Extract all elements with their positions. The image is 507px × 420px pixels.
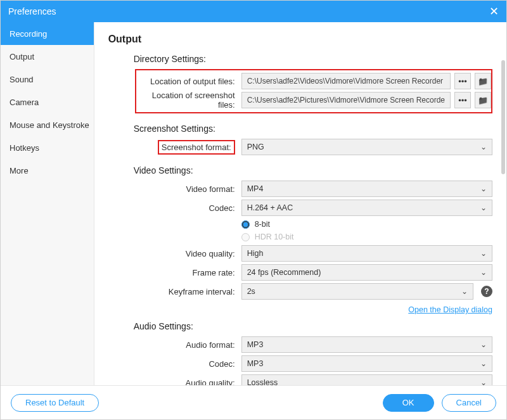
sidebar-item-recording[interactable]: Recording <box>1 22 94 45</box>
page-title: Output <box>108 34 492 45</box>
directory-heading: Directory Settings: <box>134 54 492 64</box>
video-quality-label: Video quality: <box>108 249 241 258</box>
close-icon[interactable]: ✕ <box>489 4 499 18</box>
audio-format-select[interactable]: MP3 ⌄ <box>241 336 492 353</box>
chevron-down-icon: ⌄ <box>480 375 487 385</box>
chevron-down-icon: ⌄ <box>480 337 487 352</box>
sidebar-item-sound[interactable]: Sound <box>1 68 94 91</box>
chevron-down-icon: ⌄ <box>461 284 468 299</box>
output-path-label: Location of output files: <box>136 77 241 86</box>
video-codec-label: Codec: <box>108 203 241 213</box>
video-format-label: Video format: <box>108 184 241 194</box>
output-path-open-folder-button[interactable] <box>475 73 491 89</box>
keyframe-select[interactable]: 2s ⌄ <box>241 283 473 300</box>
keyframe-help-icon[interactable]: ? <box>481 286 492 297</box>
keyframe-label: Keyframe interval: <box>108 287 241 296</box>
video-format-select[interactable]: MP4 ⌄ <box>241 181 492 197</box>
scrollbar[interactable] <box>501 60 505 174</box>
audio-quality-label: Audio quality: <box>108 378 241 386</box>
sidebar-item-more[interactable]: More <box>1 159 94 182</box>
open-display-dialog-link[interactable]: Open the Display dialog <box>408 305 492 314</box>
chevron-down-icon: ⌄ <box>480 139 487 155</box>
screenshot-format-label: Screenshot format: <box>158 140 235 155</box>
screenshot-heading: Screenshot Settings: <box>134 124 492 134</box>
radio-8bit[interactable]: 8-bit <box>241 220 492 229</box>
screenshot-path-open-folder-button[interactable] <box>475 92 491 108</box>
video-heading: Video Settings: <box>134 165 492 175</box>
video-quality-select[interactable]: High ⌄ <box>241 245 492 262</box>
screenshot-format-value: PNG <box>247 139 264 155</box>
screenshot-path-label: Location of screenshot files: <box>136 91 241 110</box>
folder-icon <box>478 96 488 105</box>
folder-icon <box>478 77 488 86</box>
output-path-row: Location of output files: C:\Users\adfe2… <box>136 73 491 89</box>
audio-format-label: Audio format: <box>108 340 241 350</box>
preferences-window: Preferences ✕ Recording Output Sound Cam… <box>0 0 507 420</box>
audio-codec-select[interactable]: MP3 ⌄ <box>241 355 492 372</box>
ok-button[interactable]: OK <box>383 394 434 412</box>
radio-8bit-input[interactable] <box>241 220 250 229</box>
directory-highlight-box: Location of output files: C:\Users\adfe2… <box>135 69 492 113</box>
sidebar-item-output[interactable]: Output <box>1 45 94 68</box>
output-path-browse-button[interactable]: ••• <box>454 73 471 89</box>
sidebar-item-camera[interactable]: Camera <box>1 91 94 113</box>
chevron-down-icon: ⌄ <box>480 200 487 215</box>
bit-depth-radios: 8-bit HDR 10-bit <box>241 220 492 241</box>
audio-heading: Audio Settings: <box>134 321 492 331</box>
frame-rate-label: Frame rate: <box>108 268 241 277</box>
radio-hdr10bit-input <box>241 233 250 241</box>
body: Recording Output Sound Camera Mouse and … <box>1 22 506 385</box>
audio-quality-select[interactable]: Lossless ⌄ <box>241 374 492 385</box>
chevron-down-icon: ⌄ <box>480 356 487 371</box>
scroll-area[interactable]: Output Directory Settings: Location of o… <box>94 22 506 385</box>
titlebar: Preferences ✕ <box>1 1 506 22</box>
reset-to-default-button[interactable]: Reset to Default <box>11 394 99 412</box>
sidebar-item-mouse-keystroke[interactable]: Mouse and Keystroke <box>1 113 94 136</box>
video-codec-select[interactable]: H.264 + AAC ⌄ <box>241 200 492 216</box>
audio-codec-label: Codec: <box>108 359 241 369</box>
chevron-down-icon: ⌄ <box>480 265 487 280</box>
footer: Reset to Default OK Cancel <box>1 385 506 419</box>
screenshot-format-select[interactable]: PNG ⌄ <box>241 139 492 155</box>
screenshot-path-row: Location of screenshot files: C:\Users\a… <box>136 91 491 110</box>
sidebar: Recording Output Sound Camera Mouse and … <box>1 22 94 385</box>
window-title: Preferences <box>8 6 56 16</box>
frame-rate-select[interactable]: 24 fps (Recommend) ⌄ <box>241 264 492 281</box>
screenshot-path-browse-button[interactable]: ••• <box>454 92 471 108</box>
radio-hdr10bit: HDR 10-bit <box>241 232 492 241</box>
screenshot-path-input[interactable]: C:\Users\adfe2\Pictures\Vidmore\Vidmore … <box>241 92 451 108</box>
output-path-input[interactable]: C:\Users\adfe2\Videos\Vidmore\Vidmore Sc… <box>241 73 451 89</box>
screenshot-format-row: Screenshot format: PNG ⌄ <box>108 139 492 155</box>
main: Output Directory Settings: Location of o… <box>94 22 506 385</box>
chevron-down-icon: ⌄ <box>480 246 487 261</box>
cancel-button[interactable]: Cancel <box>442 394 496 412</box>
sidebar-item-hotkeys[interactable]: Hotkeys <box>1 136 94 159</box>
chevron-down-icon: ⌄ <box>480 181 487 196</box>
